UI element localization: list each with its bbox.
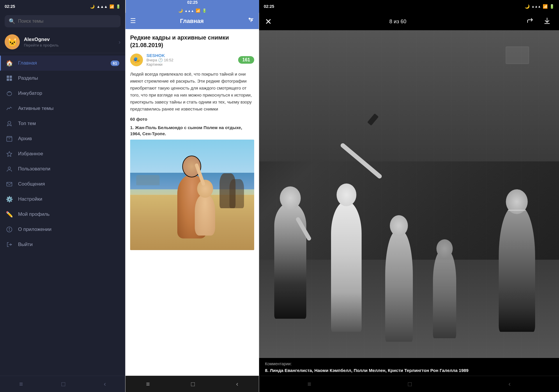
bottom-back-icon-mid[interactable]: ‹ [230, 378, 244, 390]
author-category: Картинки [146, 62, 174, 67]
gear-icon: ⚙️ [6, 196, 13, 203]
figure-5-head [436, 239, 453, 258]
first-photo-caption: 1. Жан-Поль Бельмондо с сыном Полем на о… [130, 124, 254, 137]
user-name: AlexOgnev [24, 37, 114, 42]
article-image[interactable] [130, 140, 254, 250]
necklace [508, 210, 526, 211]
image-counter: 8 из 60 [276, 19, 519, 25]
time-middle: 02:25 [187, 0, 198, 5]
bottom-back-icon[interactable]: ‹ [98, 378, 112, 390]
top-icon [6, 120, 13, 127]
article-header: ☰ Главная [125, 13, 259, 29]
sidebar-item-myprofile[interactable]: ✏️ Мой профиль [0, 207, 125, 222]
bottom-nav-left: ≡ □ ‹ [0, 376, 125, 392]
author-date-text: Вчера [146, 58, 157, 62]
article-content: Редкие кадры и архивные снимки (21.08.20… [125, 29, 259, 376]
figure-2-body [331, 201, 362, 332]
comment-count-badge: 161 [238, 56, 254, 64]
sidebar-item-messages[interactable]: Сообщения [0, 177, 125, 192]
signal-icon-right: ▲▲▲ [531, 5, 541, 8]
viewer-image-area[interactable] [259, 30, 559, 358]
image-viewer-panel: 02:25 🌙 ▲▲▲ 📶 🔋 ✕ 8 из 60 [259, 0, 559, 392]
close-button[interactable]: ✕ [265, 17, 272, 26]
moon-icon: 🌙 [90, 4, 95, 9]
profile-chevron-icon: › [118, 39, 121, 45]
wifi-icon: 📶 [109, 4, 114, 9]
bottom-back-icon-right[interactable]: ‹ [503, 378, 516, 390]
wifi-icon-mid: 📶 [196, 8, 200, 13]
bottom-home-icon-right[interactable]: □ [402, 378, 418, 390]
download-button[interactable] [541, 16, 553, 27]
sidebar-item-logout[interactable]: Выйти [0, 237, 125, 252]
sidebar-item-archive[interactable]: Архив [0, 131, 125, 146]
battery-icon: 🔋 [116, 4, 121, 9]
sidebar-item-settings[interactable]: ⚙️ Настройки [0, 192, 125, 207]
bottom-home-icon-mid[interactable]: □ [185, 378, 201, 390]
sidebar-item-about[interactable]: О приложении [0, 222, 125, 237]
sidebar-item-home[interactable]: 🏠 Главная 61 [0, 56, 125, 71]
bottom-menu-icon[interactable]: ≡ [13, 378, 29, 390]
viewer-toolbar: ✕ 8 из 60 [259, 13, 559, 30]
status-bar-right: 02:25 🌙 ▲▲▲ 📶 🔋 [259, 0, 559, 13]
svg-point-5 [8, 121, 11, 124]
svg-point-9 [8, 167, 10, 169]
figure-1-head [280, 186, 301, 210]
figure-3-body [385, 231, 413, 342]
bottom-home-icon[interactable]: □ [56, 378, 71, 390]
star-icon [6, 150, 13, 157]
sidebar-item-top[interactable]: Топ тем [0, 116, 125, 131]
svg-marker-8 [7, 152, 12, 156]
author-avatar: 🎭 [130, 54, 143, 66]
active-themes-icon [6, 105, 13, 112]
viewer-caption-area: Комментарии: 8. Линда Евангелиста, Наоми… [259, 358, 559, 376]
status-icons-middle: 🌙 ▲▲▲ 📶 🔋 [178, 8, 207, 13]
sidebar-panel: 02:25 🌙 ▲▲▲ 📶 🔋 🔍 🐱 AlexOgnev Перейти в … [0, 0, 125, 392]
bottom-menu-icon-mid[interactable]: ≡ [140, 378, 156, 390]
filter-icon[interactable] [248, 17, 254, 25]
figure-1-body [274, 202, 306, 319]
sidebar-item-top-label: Топ тем [18, 121, 36, 126]
users-icon [6, 165, 13, 172]
caption-text: 8. Линда Евангелиста, Наоми Кэмпбелл, По… [265, 367, 553, 373]
svg-rect-6 [7, 137, 12, 141]
bottom-menu-icon-right[interactable]: ≡ [302, 378, 317, 390]
nav-menu: 🏠 Главная 61 Разделы Ин [0, 53, 125, 376]
search-bar[interactable]: 🔍 [5, 15, 121, 27]
sidebar-item-favorites[interactable]: Избранное [0, 146, 125, 161]
sidebar-item-users[interactable]: Пользователи [0, 161, 125, 177]
author-info: SESHOK Вчера 🕐 16:52 Картинки [146, 53, 174, 67]
author-time: 16:52 [164, 58, 174, 62]
archive-icon [6, 135, 13, 142]
moon-icon-mid: 🌙 [178, 8, 183, 13]
user-profile[interactable]: 🐱 AlexOgnev Перейти в профиль › [0, 31, 125, 53]
sidebar-item-active-label: Активные темы [18, 106, 54, 111]
avatar: 🐱 [5, 34, 20, 49]
article-body-text: Людей всегда привлекало всё, что покрыто… [130, 71, 254, 113]
logout-icon [6, 241, 13, 248]
bottom-nav-right: ≡ □ ‹ [259, 376, 559, 392]
status-icons-right: 🌙 ▲▲▲ 📶 🔋 [525, 4, 554, 9]
sidebar-item-sections-label: Разделы [18, 75, 38, 81]
photo-count: 60 фото [130, 117, 254, 122]
moon-icon-right: 🌙 [525, 4, 530, 9]
bw-photo-graphic [259, 30, 559, 358]
edit-icon: ✏️ [6, 211, 13, 218]
menu-hamburger-icon[interactable]: ☰ [130, 17, 136, 25]
sidebar-item-myprofile-label: Мой профиль [18, 211, 49, 217]
sidebar-item-sections[interactable]: Разделы [0, 71, 125, 86]
background-car [136, 175, 160, 185]
sidebar-item-settings-label: Настройки [18, 196, 42, 202]
figure-5-body [433, 251, 456, 338]
signal-icon: ▲▲▲ [96, 4, 108, 9]
sidebar-item-incubator[interactable]: Инкубатор [0, 86, 125, 101]
share-button[interactable] [524, 16, 536, 27]
sidebar-item-active[interactable]: Активные темы [0, 101, 125, 116]
battery-icon-right: 🔋 [549, 4, 554, 9]
sidebar-item-incubator-label: Инкубатор [18, 90, 42, 96]
header-title: Главная [139, 18, 244, 24]
search-icon: 🔍 [9, 18, 15, 24]
author-name[interactable]: SESHOK [146, 53, 174, 58]
caption-label: Комментарии: [265, 361, 553, 366]
search-input[interactable] [18, 19, 116, 24]
battery-icon-mid: 🔋 [202, 8, 207, 13]
